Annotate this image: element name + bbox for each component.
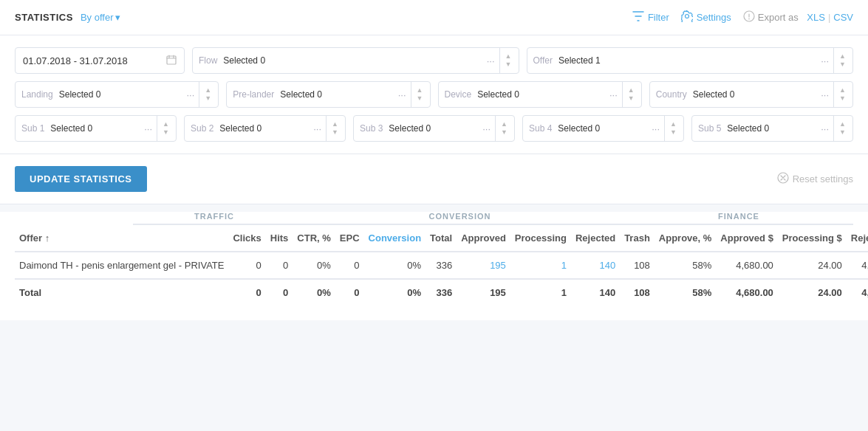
total-processing-d: 24.00 [778, 279, 847, 306]
country-dots[interactable]: ··· [821, 89, 829, 100]
device-up-arrow[interactable]: ▲ [627, 86, 635, 94]
flow-down-arrow[interactable]: ▼ [505, 61, 513, 69]
col-header-approve-pct: Approve, % [655, 225, 717, 252]
flow-filter[interactable]: Flow Selected 0 ··· ▲ ▼ [192, 47, 519, 74]
sub3-down-arrow[interactable]: ▼ [500, 128, 508, 137]
sub2-up-arrow[interactable]: ▲ [331, 120, 339, 128]
rejected-cell: 140 [571, 252, 620, 279]
offer-label: Offer [533, 55, 553, 66]
sub1-down-arrow[interactable]: ▼ [162, 128, 170, 137]
filter-icon [632, 11, 644, 24]
approved-cell: 195 [457, 252, 510, 279]
landing-down-arrow[interactable]: ▼ [204, 94, 212, 103]
offer-value: Selected 1 [558, 55, 816, 66]
statistics-table: Offer ↑ Clicks Hits CTR, % EPC Conversio… [15, 225, 868, 306]
sub1-up-arrow[interactable]: ▲ [162, 120, 170, 128]
col-header-processing-d: Processing $ [778, 225, 847, 252]
landing-up-arrow[interactable]: ▲ [204, 86, 212, 94]
prelander-up-arrow[interactable]: ▲ [416, 86, 424, 94]
landing-dots[interactable]: ··· [186, 89, 194, 100]
conversion-cell: 0% [364, 252, 426, 279]
sub2-filter[interactable]: Sub 2 Selected 0 ··· ▲ ▼ [184, 115, 346, 142]
flow-label: Flow [199, 55, 217, 66]
col-header-clicks: Clicks [228, 225, 265, 252]
update-statistics-button[interactable]: UPDATE STATISTICS [15, 166, 147, 192]
country-down-arrow[interactable]: ▼ [838, 94, 847, 103]
flow-value: Selected 0 [223, 55, 482, 66]
sub5-up-arrow[interactable]: ▲ [838, 120, 847, 128]
export-csv-button[interactable]: CSV [833, 12, 853, 23]
top-bar-right: Filter Settings Export as XLS | CSV [632, 10, 853, 24]
device-dots[interactable]: ··· [609, 89, 618, 100]
svg-point-0 [685, 15, 688, 18]
chevron-down-icon: ▾ [115, 12, 120, 23]
settings-button[interactable]: Settings [681, 10, 731, 24]
total-hits: 0 [266, 279, 293, 306]
landing-filter[interactable]: Landing Selected 0 ··· ▲ ▼ [15, 81, 219, 108]
reset-settings-button[interactable]: Reset settings [777, 172, 853, 186]
total-approved: 195 [457, 279, 510, 306]
sub2-down-arrow[interactable]: ▼ [331, 128, 339, 137]
export-xls-button[interactable]: XLS [807, 12, 825, 23]
sub3-filter[interactable]: Sub 3 Selected 0 ··· ▲ ▼ [353, 115, 515, 142]
epc-cell: 0 [335, 252, 364, 279]
sub3-dots[interactable]: ··· [482, 123, 491, 134]
sub3-up-arrow[interactable]: ▲ [500, 120, 508, 128]
total-approve-pct: 58% [655, 279, 717, 306]
total-row: Total 0 0 0% 0 0% 336 195 1 140 108 58% … [15, 279, 868, 306]
group-conversion-label: CONVERSION [295, 212, 624, 225]
sub2-arrows: ▲ ▼ [326, 116, 339, 141]
offer-filter[interactable]: Offer Selected 1 ··· ▲ ▼ [527, 47, 854, 74]
flow-up-arrow[interactable]: ▲ [505, 52, 513, 61]
sub5-filter[interactable]: Sub 5 Selected 0 ··· ▲ ▼ [691, 115, 853, 142]
device-arrows: ▲ ▼ [622, 82, 635, 107]
sub5-down-arrow[interactable]: ▼ [838, 128, 847, 137]
device-down-arrow[interactable]: ▼ [627, 94, 635, 103]
landing-label: Landing [21, 89, 53, 100]
col-header-rejected: Rejected [571, 225, 620, 252]
top-bar: STATISTICS By offer ▾ Filter Settings [0, 0, 868, 35]
sub1-label: Sub 1 [21, 123, 44, 134]
prelander-arrows: ▲ ▼ [411, 82, 424, 107]
device-label: Device [445, 89, 472, 100]
date-range-value: 01.07.2018 - 31.07.2018 [23, 55, 160, 66]
date-range-filter[interactable]: 01.07.2018 - 31.07.2018 [15, 47, 185, 74]
sub4-dots[interactable]: ··· [652, 123, 660, 134]
country-up-arrow[interactable]: ▲ [838, 86, 847, 94]
col-header-approved: Approved [457, 225, 510, 252]
sub1-dots[interactable]: ··· [144, 123, 152, 134]
total-rejected: 140 [571, 279, 620, 306]
total-total: 336 [426, 279, 457, 306]
prelander-label: Pre-lander [233, 89, 274, 100]
offer-dots[interactable]: ··· [821, 55, 829, 66]
col-header-offer[interactable]: Offer ↑ [15, 225, 228, 252]
offer-down-arrow[interactable]: ▼ [838, 61, 847, 69]
sub4-down-arrow[interactable]: ▼ [669, 128, 677, 137]
sort-icon: ↑ [45, 232, 50, 244]
offer-up-arrow[interactable]: ▲ [838, 52, 847, 61]
total-rejected-d: 4,056.00 [847, 279, 868, 306]
total-label: Total [15, 279, 228, 306]
sub1-filter[interactable]: Sub 1 Selected 0 ··· ▲ ▼ [15, 115, 177, 142]
prelander-filter[interactable]: Pre-lander Selected 0 ··· ▲ ▼ [226, 81, 430, 108]
sub3-label: Sub 3 [360, 123, 383, 134]
prelander-down-arrow[interactable]: ▼ [416, 94, 424, 103]
device-value: Selected 0 [477, 89, 605, 100]
device-filter[interactable]: Device Selected 0 ··· ▲ ▼ [438, 81, 642, 108]
prelander-value: Selected 0 [280, 89, 393, 100]
sub4-up-arrow[interactable]: ▲ [669, 120, 677, 128]
export-icon [743, 10, 755, 24]
ctr-cell: 0% [293, 252, 335, 279]
by-offer-button[interactable]: By offer ▾ [81, 12, 121, 23]
sub4-filter[interactable]: Sub 4 Selected 0 ··· ▲ ▼ [522, 115, 684, 142]
filter-button[interactable]: Filter [632, 11, 669, 24]
country-filter[interactable]: Country Selected 0 ··· ▲ ▼ [649, 81, 853, 108]
sub5-dots[interactable]: ··· [821, 123, 829, 134]
actions-row: UPDATE STATISTICS Reset settings [0, 154, 868, 204]
flow-dots[interactable]: ··· [487, 55, 495, 66]
sub2-dots[interactable]: ··· [313, 123, 321, 134]
col-header-trash: Trash [620, 225, 655, 252]
prelander-dots[interactable]: ··· [398, 89, 406, 100]
country-label: Country [656, 89, 687, 100]
col-header-conversion[interactable]: Conversion [364, 225, 426, 252]
